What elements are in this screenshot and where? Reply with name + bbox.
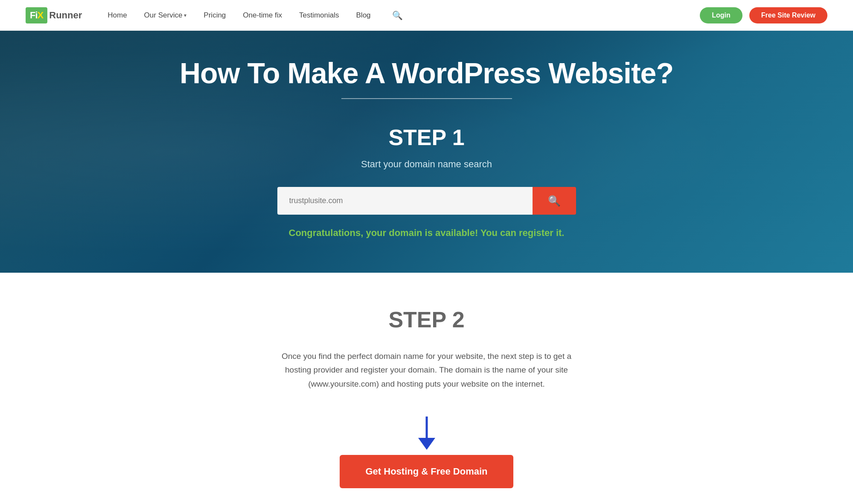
search-icon[interactable]: 🔍: [392, 10, 403, 20]
hero-title: How To Make A WordPress Website?: [9, 56, 844, 90]
nav-testimonials[interactable]: Testimonials: [299, 11, 339, 20]
nav-our-service[interactable]: Our Service ▾: [144, 11, 187, 20]
step2-label: STEP 2: [9, 307, 844, 332]
nav-blog[interactable]: Blog: [356, 11, 371, 20]
logo-fix: Fi: [30, 10, 38, 20]
nav-home[interactable]: Home: [108, 11, 127, 20]
logo-x: X: [38, 10, 44, 20]
nav-buttons: Login Free Site Review: [700, 7, 827, 23]
search-button-icon: 🔍: [548, 195, 561, 207]
domain-search-bar: 🔍: [277, 187, 576, 215]
step1-subtitle: Start your domain name search: [9, 159, 844, 170]
logo-runner: Runner: [49, 10, 82, 21]
hero-divider: [341, 98, 512, 99]
our-service-dropdown-arrow: ▾: [184, 12, 186, 18]
domain-search-button[interactable]: 🔍: [533, 187, 576, 215]
navbar: FiX Runner Home Our Service ▾ Pricing On…: [0, 0, 853, 31]
arrow-container: [9, 417, 844, 446]
down-arrow-icon: [414, 417, 440, 451]
nav-one-time-fix[interactable]: One-time fix: [243, 11, 282, 20]
free-site-review-button[interactable]: Free Site Review: [749, 7, 827, 23]
step2-description: Once you find the perfect domain name fo…: [277, 350, 576, 391]
step2-section: STEP 2 Once you find the perfect domain …: [0, 273, 853, 504]
step1-label: STEP 1: [9, 125, 844, 150]
svg-marker-1: [418, 438, 435, 450]
logo[interactable]: FiX Runner: [26, 7, 82, 23]
get-hosting-button[interactable]: Get Hosting & Free Domain: [340, 455, 513, 488]
domain-available-message: Congratulations, your domain is availabl…: [9, 227, 844, 239]
login-button[interactable]: Login: [700, 7, 742, 23]
domain-search-input[interactable]: [277, 187, 533, 215]
nav-pricing[interactable]: Pricing: [204, 11, 226, 20]
logo-box: FiX: [26, 7, 47, 23]
hero-section: How To Make A WordPress Website? STEP 1 …: [0, 31, 853, 273]
nav-links: Home Our Service ▾ Pricing One-time fix …: [108, 10, 683, 20]
